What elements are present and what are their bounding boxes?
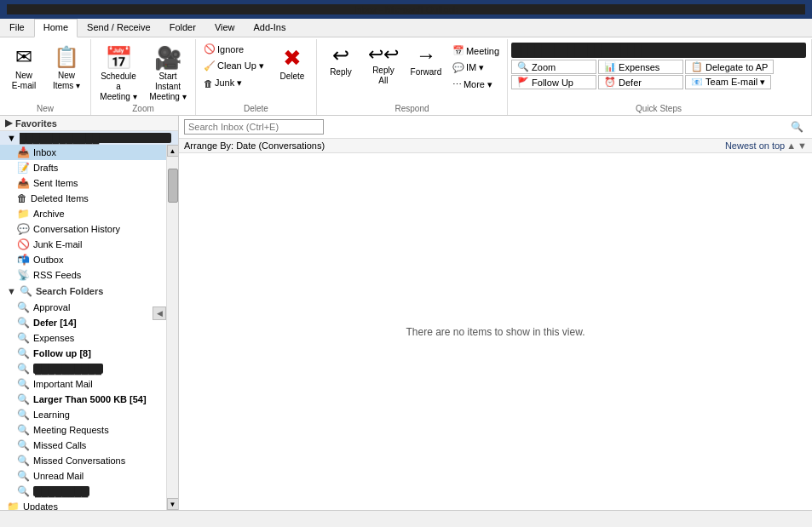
- sidebar-item-sent[interactable]: 📤 Sent Items: [0, 175, 166, 191]
- tab-add-ins[interactable]: Add-Ins: [245, 19, 296, 37]
- scroll-up-button[interactable]: ▲: [167, 145, 179, 157]
- sort-order-label[interactable]: Newest on top: [725, 140, 785, 151]
- more-button[interactable]: ⋯ More ▾: [448, 77, 504, 93]
- sidebar-item-important[interactable]: 🔍 Important Mail: [0, 376, 166, 392]
- sidebar-item-missed-calls[interactable]: 🔍 Missed Calls: [0, 438, 166, 453]
- empty-message: There are no items to show in this view.: [179, 153, 812, 510]
- sidebar-item-rss[interactable]: 📡 RSS Feeds: [0, 267, 166, 283]
- important-label: Important Mail: [33, 379, 93, 389]
- sidebar-item-updates[interactable]: 📁 Updates: [0, 499, 166, 510]
- sidebar-item-archive[interactable]: 📁 Archive: [0, 206, 166, 221]
- forward-icon: →: [416, 43, 436, 67]
- sidebar-scrollbar[interactable]: ▲ ▼: [166, 145, 178, 510]
- sidebar-item-followup[interactable]: 🔍 Follow up [8]: [0, 346, 166, 361]
- expenses-label: Expenses: [33, 333, 74, 343]
- sidebar-item-meeting-requests[interactable]: 🔍 Meeting Requests: [0, 422, 166, 438]
- sidebar-item-drafts[interactable]: 📝 Drafts: [0, 160, 166, 175]
- scroll-down-button[interactable]: ▼: [167, 498, 179, 510]
- arrange-by-label: Arrange By: Date (Conversations): [184, 140, 325, 151]
- sent-label: Sent Items: [33, 178, 78, 188]
- sidebar-item-unread-mail[interactable]: 🔍 Unread Mail: [0, 468, 166, 484]
- search-wrapper: 🔍: [184, 119, 807, 135]
- sidebar-item-approval[interactable]: 🔍 Approval: [0, 300, 166, 315]
- sidebar-item-deleted[interactable]: 🗑 Deleted Items: [0, 191, 166, 206]
- followup-icon: 🔍: [17, 347, 30, 359]
- status-bar: [0, 510, 812, 527]
- sidebar-scroll[interactable]: 📥 Inbox 📝 Drafts 📤 Sent Items 🗑 Deleted …: [0, 145, 166, 510]
- search-folders-section[interactable]: ▼ 🔍 Search Folders: [0, 283, 166, 300]
- forward-label: Forward: [411, 67, 442, 77]
- missed-calls-icon: 🔍: [17, 439, 30, 451]
- blackout1-icon: 🔍: [17, 363, 30, 375]
- forward-button[interactable]: → Forward: [406, 41, 446, 92]
- favorites-header[interactable]: ▶ Favorites: [0, 116, 178, 131]
- expenses-qs-icon: 📊: [604, 61, 616, 72]
- sidebar-item-missed-conversations[interactable]: 🔍 Missed Conversations: [0, 453, 166, 468]
- cleanup-icon: 🧹: [204, 60, 216, 72]
- missed-conv-icon: 🔍: [17, 455, 30, 467]
- sort-scroll-down-icon[interactable]: ▼: [798, 140, 807, 151]
- reply-label: Reply: [330, 67, 352, 77]
- defer-quickstep-button[interactable]: ⏰ Defer: [598, 75, 683, 89]
- tab-folder[interactable]: Folder: [160, 19, 205, 37]
- unread-mail-label: Unread Mail: [33, 471, 84, 481]
- followup-quickstep-button[interactable]: 🚩 Follow Up: [511, 75, 596, 89]
- learning-label: Learning: [33, 410, 70, 420]
- sidebar-item-inbox[interactable]: 📥 Inbox: [0, 145, 166, 160]
- clean-up-button[interactable]: 🧹 Clean Up ▾: [199, 58, 268, 74]
- sort-scroll-up-icon[interactable]: ▲: [786, 140, 796, 151]
- expenses-quickstep-button[interactable]: 📊 Expenses: [598, 60, 683, 74]
- delete-button[interactable]: ✖ Delete: [272, 43, 313, 94]
- delete-group-label: Delete: [196, 104, 316, 113]
- junk-button[interactable]: 🗑 Junk ▾: [199, 75, 268, 91]
- sidebar-item-expenses[interactable]: 🔍 Expenses: [0, 330, 166, 346]
- blackout2-icon: 🔍: [17, 485, 30, 497]
- schedule-meeting-label: Schedule aMeeting ▾: [97, 72, 140, 102]
- delegate-qs-label: Delegate to AP: [705, 62, 768, 72]
- search-input[interactable]: [184, 119, 324, 135]
- sidebar-item-defer[interactable]: 🔍 Defer [14]: [0, 315, 166, 330]
- schedule-meeting-button[interactable]: 📅 Schedule aMeeting ▾: [95, 43, 142, 105]
- new-email-button[interactable]: ✉ NewE-mail: [3, 43, 44, 94]
- meeting-button[interactable]: 📅 Meeting: [448, 43, 504, 59]
- team-email-quickstep-button[interactable]: 📧 Team E-mail ▾: [685, 75, 771, 89]
- reply-button[interactable]: ↩ Reply: [320, 41, 361, 92]
- updates-icon: 📁: [7, 501, 20, 510]
- approval-icon: 🔍: [17, 301, 30, 313]
- learning-icon: 🔍: [17, 409, 30, 421]
- conv-history-label: Conversation History: [33, 224, 120, 234]
- zoom-quickstep-button[interactable]: 🔍 Zoom: [511, 60, 596, 74]
- tab-file[interactable]: File: [0, 19, 34, 37]
- sidebar-item-blackout2[interactable]: 🔍 ████████: [0, 484, 166, 499]
- sidebar-item-learning[interactable]: 🔍 Learning: [0, 407, 166, 422]
- reply-all-button[interactable]: ↩↩ ReplyAll: [363, 41, 404, 92]
- sidebar-item-conversation-history[interactable]: 💬 Conversation History: [0, 221, 166, 237]
- sidebar-collapse-button[interactable]: ◀: [153, 306, 166, 320]
- tab-home[interactable]: Home: [34, 19, 78, 37]
- title-text: Inbox - Microsoft Outlook: [7, 4, 805, 14]
- expenses-qs-label: Expenses: [619, 62, 659, 72]
- sidebar-item-outbox[interactable]: 📬 Outbox: [0, 252, 166, 267]
- tab-send-receive[interactable]: Send / Receive: [78, 19, 160, 37]
- account-item[interactable]: ▼ ████████████: [0, 131, 178, 145]
- reply-icon: ↩: [332, 43, 349, 67]
- sort-bar: Arrange By: Date (Conversations) Newest …: [179, 139, 812, 153]
- followup-label: Follow up [8]: [33, 348, 91, 358]
- drafts-label: Drafts: [33, 163, 58, 173]
- start-instant-icon: 🎥: [154, 45, 181, 72]
- delegate-quickstep-button[interactable]: 📋 Delegate to AP: [685, 60, 774, 74]
- im-button[interactable]: 💬 IM ▾: [448, 60, 504, 76]
- blackout2-label: ████████: [33, 486, 89, 496]
- email-area: 🔍 Arrange By: Date (Conversations) Newes…: [179, 116, 812, 510]
- new-items-button[interactable]: 📋 NewItems ▾: [46, 43, 87, 94]
- approval-label: Approval: [33, 302, 70, 312]
- empty-message-text: There are no items to show in this view.: [406, 326, 585, 338]
- sidebar-item-largerthan[interactable]: 🔍 Larger Than 5000 KB [54]: [0, 392, 166, 407]
- ignore-button[interactable]: 🚫 Ignore: [199, 41, 268, 57]
- start-instant-meeting-button[interactable]: 🎥 Start InstantMeeting ▾: [144, 43, 192, 105]
- defer-qs-icon: ⏰: [604, 77, 616, 88]
- tab-view[interactable]: View: [205, 19, 245, 37]
- sidebar-item-junk[interactable]: 🚫 Junk E-mail: [0, 237, 166, 252]
- scroll-thumb[interactable]: [168, 169, 178, 203]
- sidebar-item-blackout1[interactable]: 🔍 ██████████: [0, 361, 166, 376]
